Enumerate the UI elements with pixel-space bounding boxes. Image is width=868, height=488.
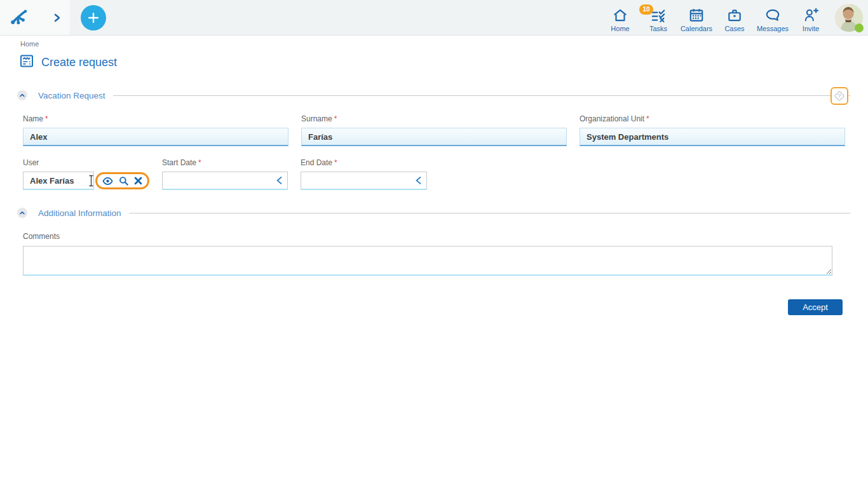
required-marker: *	[45, 114, 48, 123]
svg-text:?: ?	[837, 92, 841, 99]
surname-label: Surname*	[301, 114, 567, 123]
nav-label: Tasks	[649, 25, 667, 32]
message-icon	[764, 6, 781, 24]
help-button[interactable]: ?	[831, 87, 848, 105]
online-status-dot	[855, 24, 864, 32]
section-title: Vacation Request	[38, 91, 105, 100]
tasks-count-badge: 10	[639, 4, 653, 15]
nav-label: Invite	[803, 25, 819, 32]
calendar-icon	[688, 6, 705, 24]
section-divider	[129, 213, 850, 214]
nav-label: Home	[611, 25, 629, 32]
user-picker-highlight	[95, 172, 149, 189]
section-divider	[113, 95, 850, 96]
bizagi-logo-icon[interactable]	[9, 8, 28, 27]
start-date-field-group: Start Date*	[162, 158, 288, 190]
name-field-group: Name*	[23, 114, 288, 146]
nav-label: Cases	[724, 25, 744, 32]
home-icon	[612, 6, 628, 24]
form-row-2: User	[23, 158, 845, 190]
org-unit-label: Organizational Unit*	[580, 114, 845, 123]
logo-zone	[0, 0, 70, 35]
start-date-input[interactable]	[162, 172, 288, 190]
collapse-section-button[interactable]	[17, 90, 27, 100]
end-date-label: End Date*	[301, 158, 427, 167]
briefcase-icon	[726, 6, 743, 24]
user-avatar[interactable]	[835, 4, 863, 32]
start-date-wrap	[162, 172, 288, 190]
user-input-row	[23, 172, 149, 190]
view-user-eye-icon[interactable]	[102, 177, 113, 186]
end-date-field-group: End Date*	[301, 158, 427, 190]
start-date-picker-chevron-icon[interactable]	[275, 176, 283, 185]
nav-label: Messages	[757, 25, 789, 32]
nav-item-home[interactable]: Home	[601, 6, 639, 32]
invite-icon	[803, 6, 819, 24]
new-case-button[interactable]	[81, 5, 106, 30]
clear-user-icon[interactable]	[134, 177, 142, 185]
comments-label: Comments	[23, 232, 845, 241]
user-input[interactable]	[23, 172, 94, 190]
section-title: Additional Information	[38, 208, 121, 218]
name-input[interactable]	[23, 128, 288, 146]
required-marker: *	[334, 158, 337, 167]
page-title: Create request	[41, 56, 117, 69]
end-date-picker-chevron-icon[interactable]	[414, 176, 423, 185]
end-date-input[interactable]	[301, 172, 427, 190]
top-bar: Home 10 Tasks	[0, 0, 868, 36]
top-nav: Home 10 Tasks	[601, 3, 830, 32]
surname-input[interactable]	[301, 128, 567, 146]
surname-field-group: Surname*	[301, 114, 567, 146]
name-label: Name*	[23, 114, 288, 123]
user-label: User	[23, 158, 149, 167]
nav-item-calendars[interactable]: Calendars	[677, 6, 715, 32]
start-date-label: Start Date*	[162, 158, 288, 167]
collapse-section-button[interactable]	[17, 208, 27, 218]
request-form-icon	[19, 53, 34, 71]
required-marker: *	[646, 114, 649, 123]
nav-item-messages[interactable]: Messages	[754, 6, 792, 32]
end-date-wrap	[301, 172, 427, 190]
search-user-icon[interactable]	[119, 176, 128, 186]
main-content: Home Create request ? Vacation Request N…	[0, 36, 868, 315]
nav-item-invite[interactable]: Invite	[792, 6, 830, 32]
form-row-1: Name* Surname* Organizational Unit*	[23, 114, 845, 146]
breadcrumb[interactable]: Home	[20, 40, 845, 48]
sidebar-expand-chevron-icon[interactable]	[53, 13, 61, 22]
actions-row: Accept	[23, 299, 845, 315]
user-input-wrap	[23, 172, 94, 190]
org-unit-input[interactable]	[580, 128, 845, 146]
org-unit-field-group: Organizational Unit*	[580, 114, 845, 146]
nav-label: Calendars	[681, 25, 712, 32]
required-marker: *	[334, 114, 337, 123]
section-vacation-request: Vacation Request	[17, 90, 850, 100]
nav-item-cases[interactable]: Cases	[715, 6, 754, 32]
page-header: Create request	[19, 53, 845, 71]
comments-textarea[interactable]	[23, 246, 832, 276]
required-marker: *	[198, 158, 201, 167]
section-additional-information: Additional Information	[17, 208, 850, 218]
user-field-group: User	[23, 158, 149, 190]
nav-item-tasks[interactable]: 10 Tasks	[639, 6, 677, 32]
accept-button[interactable]: Accept	[788, 299, 843, 315]
